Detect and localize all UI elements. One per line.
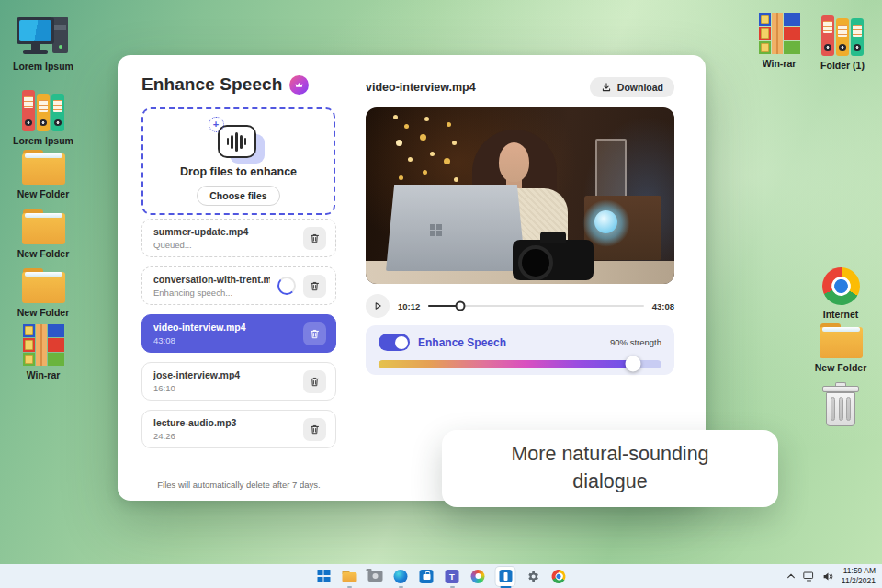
- taskbar-active-app[interactable]: [496, 567, 515, 586]
- desktop-icon-new-folder-right[interactable]: New Folder: [806, 323, 876, 374]
- current-file-title: video-interview.mp4: [366, 81, 476, 94]
- auto-delete-note: Files will automatically delete after 7 …: [127, 480, 351, 490]
- taskbar-teams[interactable]: T: [445, 569, 460, 584]
- gear-icon: [526, 570, 540, 583]
- trash-icon: [309, 328, 321, 340]
- desktop: Lorem Ipsum Lorem Ipsum New Folder New F…: [0, 0, 882, 588]
- file-item-processing[interactable]: conversation-with-trent.mp3 Enhancing sp…: [141, 266, 336, 305]
- strength-handle[interactable]: [626, 356, 641, 372]
- presenter-face: [499, 142, 529, 182]
- file-item-selected[interactable]: video-interview.mp4 43:08: [141, 314, 336, 353]
- taskbar-settings[interactable]: [526, 569, 541, 584]
- total-time: 43:08: [652, 301, 674, 311]
- choose-files-button[interactable]: Choose files: [197, 186, 279, 206]
- desktop-icon-label: Lorem Ipsum: [13, 62, 74, 73]
- photos-icon: [471, 570, 485, 583]
- feature-callout: More natural-sounding dialogue: [442, 430, 778, 507]
- desktop-icon-internet[interactable]: Internet: [806, 267, 876, 321]
- windows-logo-icon: [317, 570, 330, 582]
- crown-premium-icon: [289, 75, 309, 95]
- seek-handle[interactable]: [456, 301, 466, 311]
- taskbar-chrome[interactable]: [551, 569, 567, 584]
- file-dropzone[interactable]: + Drop files to enhance Choose files: [141, 107, 335, 215]
- desktop-icon-label: New Folder: [17, 308, 70, 319]
- trash-can-icon: [821, 382, 860, 426]
- start-button[interactable]: [316, 569, 332, 584]
- delete-file-button[interactable]: [303, 370, 326, 393]
- desktop-icon-new-folder-2[interactable]: New Folder: [8, 209, 78, 260]
- taskbar-file-explorer[interactable]: [342, 569, 357, 584]
- clock-date: 11/2/2021: [842, 576, 876, 586]
- desktop-icon-winrar-2[interactable]: Win-rar: [744, 13, 814, 70]
- mirror: [595, 139, 627, 199]
- file-item[interactable]: jose-interview.mp4 16:10: [141, 362, 336, 401]
- laptop-logo-icon: [430, 224, 442, 236]
- desktop-icon-label: New Folder: [815, 363, 867, 374]
- video-thumbnail[interactable]: [366, 107, 674, 284]
- trash-icon: [309, 280, 321, 292]
- laptop: [386, 185, 526, 271]
- folder-icon: [342, 571, 356, 582]
- taskbar-edge[interactable]: [393, 569, 409, 584]
- callout-text: More natural-sounding dialogue: [476, 441, 744, 495]
- progress-spinner-icon: [277, 277, 296, 295]
- delete-file-button[interactable]: [303, 322, 326, 345]
- trash-icon: [309, 424, 321, 435]
- taskbar-photos[interactable]: [470, 569, 486, 584]
- taskbar: T 11:59 AM 11/2/2021: [0, 564, 882, 588]
- teams-icon: T: [446, 570, 459, 583]
- desktop-icon-recycle-bin[interactable]: [806, 382, 876, 426]
- system-tray[interactable]: 11:59 AM 11/2/2021: [786, 564, 876, 588]
- taskbar-clock[interactable]: 11:59 AM 11/2/2021: [842, 566, 876, 586]
- chrome-icon: [549, 567, 569, 586]
- folder-icon: [22, 268, 65, 303]
- taskbar-camera-app[interactable]: [368, 569, 383, 584]
- play-button[interactable]: [366, 294, 390, 318]
- desktop-icon-label: New Folder: [17, 249, 70, 260]
- desktop-icon-new-folder-1[interactable]: New Folder: [8, 150, 78, 200]
- desktop-icon-winrar[interactable]: Win-rar: [8, 324, 78, 381]
- enhance-label: Enhance Speech: [418, 336, 506, 349]
- binders-icon: [821, 14, 864, 56]
- file-list: summer-update.mp4 Queued... conversation…: [141, 219, 336, 448]
- playback-controls: 10:12 43:08: [366, 294, 674, 318]
- sparkle-plus-icon: +: [209, 117, 224, 132]
- page-title: Enhance Speech: [141, 74, 282, 95]
- desktop-icon-binders[interactable]: Lorem Ipsum: [8, 89, 78, 147]
- chevron-up-icon[interactable]: [786, 572, 796, 580]
- download-icon: [601, 82, 612, 93]
- winrar-icon: [23, 324, 64, 366]
- taskbar-store[interactable]: [419, 569, 435, 584]
- clock-time: 11:59 AM: [842, 566, 876, 576]
- enhance-toggle[interactable]: [379, 334, 410, 351]
- folder-icon: [820, 323, 863, 358]
- file-item[interactable]: lecture-audio.mp3 24:26: [141, 410, 336, 448]
- desktop-icon-label: Win-rar: [27, 370, 61, 381]
- desktop-icon-folder-1[interactable]: Folder (1): [808, 14, 877, 72]
- blue-lamp: [594, 210, 617, 233]
- download-button[interactable]: Download: [590, 77, 674, 97]
- enhance-app-icon: [499, 570, 512, 582]
- desktop-icon-label: Win-rar: [763, 59, 797, 70]
- desktop-icon-computer[interactable]: Lorem Ipsum: [8, 15, 78, 73]
- network-icon[interactable]: [803, 571, 815, 582]
- desktop-icon-label: Internet: [823, 310, 859, 321]
- camera-icon: [368, 571, 382, 582]
- camera: [513, 240, 594, 280]
- delete-file-button[interactable]: [303, 275, 326, 298]
- chrome-icon: [814, 260, 866, 312]
- desktop-icon-label: New Folder: [17, 189, 70, 200]
- enhance-panel: Enhance Speech 90% strength: [366, 325, 674, 375]
- strength-value: 90% strength: [610, 337, 662, 347]
- seek-bar[interactable]: [428, 300, 643, 311]
- desktop-icon-new-folder-3[interactable]: New Folder: [8, 268, 78, 319]
- current-time: 10:12: [398, 301, 420, 311]
- trash-icon: [309, 232, 321, 244]
- trash-icon: [309, 376, 321, 388]
- strength-slider[interactable]: [379, 358, 662, 369]
- delete-file-button[interactable]: [303, 227, 326, 250]
- delete-file-button[interactable]: [303, 418, 326, 441]
- volume-icon[interactable]: [822, 571, 834, 582]
- file-item-queued[interactable]: summer-update.mp4 Queued...: [141, 219, 336, 257]
- winrar-icon: [759, 13, 800, 54]
